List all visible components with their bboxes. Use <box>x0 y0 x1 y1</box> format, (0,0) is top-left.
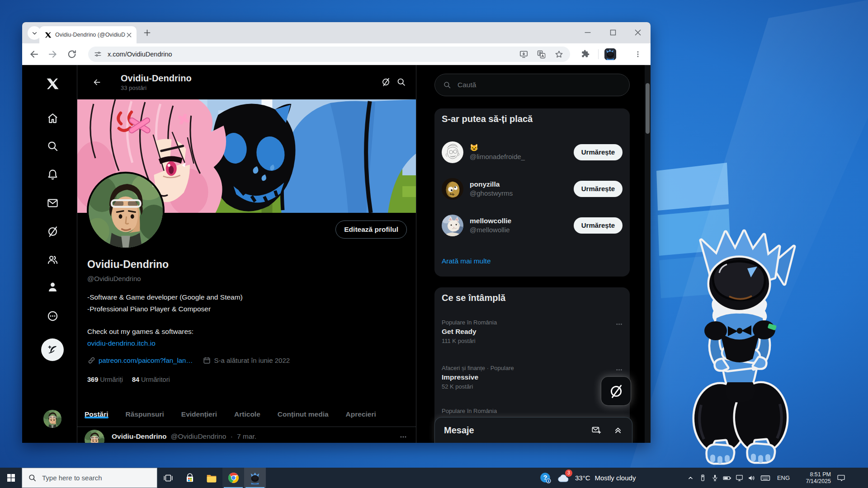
suggestion-avatar[interactable] <box>442 215 463 236</box>
suggestion-name[interactable]: ponyzilla <box>470 180 574 189</box>
followers-stat[interactable]: 84Urmăritori <box>132 376 170 383</box>
taskbar-search-input[interactable] <box>42 474 157 482</box>
post-author-avatar[interactable] <box>85 430 104 443</box>
tray-microphone[interactable] <box>709 468 721 488</box>
back-icon[interactable] <box>28 49 39 60</box>
nav-home[interactable] <box>41 107 64 129</box>
tray-volume[interactable] <box>745 468 758 488</box>
trend-item[interactable]: Populare în România Get Ready 111 K post… <box>442 319 612 344</box>
suggestion-row[interactable]: 😺 @limonadefroide_ Urmărește <box>434 134 630 170</box>
taskbar-clock[interactable]: 8:51 PM 7/14/2025 <box>794 471 831 485</box>
windows-taskbar: 3 33°C Mostly cloudy ENG 8:51 PM 7/14/20… <box>0 468 868 488</box>
page-scrollbar[interactable] <box>645 65 651 443</box>
help-app-button[interactable] <box>536 468 554 488</box>
suggestion-row[interactable]: mellowcollie @mellowollie Urmărește <box>434 207 630 244</box>
x-logo-nav[interactable] <box>41 72 64 95</box>
follow-button[interactable]: Urmărește <box>574 217 623 234</box>
suggestion-name[interactable]: 😺 <box>470 143 574 152</box>
url-text[interactable]: x.com/OvidiuDendrino <box>108 51 519 58</box>
post-author-handle: @OvidiuDendrino <box>171 432 226 440</box>
account-switcher-avatar[interactable] <box>43 410 61 428</box>
suggestion-name[interactable]: mellowcollie <box>470 216 574 225</box>
trend-item[interactable]: Afaceri și finanțe · Populare Impressive… <box>442 365 612 390</box>
new-message-icon[interactable] <box>591 425 601 435</box>
bio-link[interactable]: ovidiu-dendrino.itch.io <box>87 338 193 349</box>
microsoft-store-button[interactable] <box>179 468 201 488</box>
tab-media[interactable]: Conținut media <box>278 402 329 427</box>
suggestion-avatar[interactable] <box>442 178 463 200</box>
messages-drawer[interactable]: Mesaje <box>434 417 632 443</box>
tab-articles[interactable]: Articole <box>234 402 260 427</box>
x-search-input[interactable] <box>458 81 629 89</box>
forward-icon[interactable] <box>47 49 58 60</box>
nav-profile[interactable] <box>41 276 64 298</box>
weather-widget[interactable]: 3 33°C Mostly cloudy <box>557 471 684 485</box>
edit-profile-button[interactable]: Editează profilul <box>335 221 407 239</box>
trend-more-icon[interactable] <box>615 320 623 328</box>
desktop-mascot-character[interactable] <box>684 228 797 466</box>
taskbar-search-box[interactable] <box>22 468 157 488</box>
follow-button[interactable]: Urmărește <box>574 181 623 197</box>
profile-search-button[interactable] <box>393 75 409 90</box>
tab-replies[interactable]: Răspunsuri <box>126 402 164 427</box>
bookmark-star-icon[interactable] <box>554 50 564 59</box>
browser-tab[interactable]: Ovidiu-Dendrino (@OvidiuDend <box>39 26 137 43</box>
new-tab-button[interactable] <box>142 28 152 38</box>
tab-close-icon[interactable] <box>125 31 133 39</box>
reload-icon[interactable] <box>66 49 77 60</box>
window-maximize-button[interactable] <box>608 28 618 38</box>
tray-battery[interactable] <box>721 468 733 488</box>
trend-posts: 52 K postări <box>442 383 612 390</box>
follow-button[interactable]: Urmărește <box>574 144 623 160</box>
website-link[interactable]: patreon.com/paicom?fan_lan… <box>99 357 193 364</box>
tab-highlights[interactable]: Evidențieri <box>181 402 217 427</box>
site-info-icon[interactable] <box>94 50 102 59</box>
mascot-app-taskbar-button[interactable] <box>244 468 266 488</box>
tray-display[interactable] <box>733 468 745 488</box>
address-bar[interactable]: x.com/OvidiuDendrino <box>88 47 570 62</box>
back-button[interactable] <box>89 75 104 90</box>
start-button[interactable] <box>0 468 22 488</box>
nav-grok[interactable] <box>41 220 64 243</box>
tray-touch-keyboard[interactable] <box>758 468 773 488</box>
suggestion-avatar[interactable] <box>442 141 463 163</box>
browser-menu-kebab-icon[interactable] <box>633 50 642 59</box>
nav-notifications[interactable] <box>41 163 64 186</box>
nav-explore[interactable] <box>41 135 64 157</box>
nav-communities[interactable] <box>41 248 64 271</box>
profile-avatar[interactable] <box>87 172 165 249</box>
translate-icon[interactable] <box>537 50 546 59</box>
tab-likes[interactable]: Aprecieri <box>346 402 376 427</box>
compose-post-button[interactable] <box>41 338 64 361</box>
action-center-button[interactable] <box>831 468 851 488</box>
tab-posts[interactable]: Postări <box>85 402 108 427</box>
window-minimize-button[interactable] <box>583 28 593 38</box>
nav-more[interactable] <box>41 305 64 327</box>
suggestion-row[interactable]: ponyzilla @ghostwyrms Urmărește <box>434 170 630 207</box>
tray-phone[interactable] <box>697 468 709 488</box>
extension-avatar-icon[interactable] <box>604 48 616 60</box>
tray-expand-button[interactable] <box>684 468 697 488</box>
task-view-button[interactable] <box>157 468 179 488</box>
scrollbar-thumb[interactable] <box>646 83 650 134</box>
post-row[interactable]: Ovidiu-Dendrino @OvidiuDendrino · 7 mar. <box>77 429 416 443</box>
grok-profile-summary-button[interactable] <box>378 75 393 90</box>
trend-item[interactable]: Populare în România <box>442 408 612 414</box>
trend-more-icon[interactable] <box>615 366 623 374</box>
phone-icon <box>698 474 707 482</box>
post-more-icon[interactable] <box>399 432 408 441</box>
grok-floating-button[interactable] <box>601 376 631 406</box>
show-more-link[interactable]: Arată mai multe <box>442 252 491 270</box>
language-indicator[interactable]: ENG <box>773 474 794 481</box>
nav-messages[interactable] <box>41 192 64 214</box>
install-app-icon[interactable] <box>519 50 528 59</box>
following-stat[interactable]: 369Urmăriți <box>87 376 123 383</box>
post-author-name[interactable]: Ovidiu-Dendrino <box>112 432 166 440</box>
window-close-button[interactable] <box>633 28 643 38</box>
x-search-box[interactable] <box>434 74 630 96</box>
extensions-puzzle-icon[interactable] <box>580 49 590 59</box>
expand-messages-icon[interactable] <box>613 425 623 435</box>
tab-label: Evidențieri <box>181 410 217 418</box>
chrome-taskbar-button[interactable] <box>222 468 244 488</box>
file-explorer-button[interactable] <box>201 468 222 488</box>
